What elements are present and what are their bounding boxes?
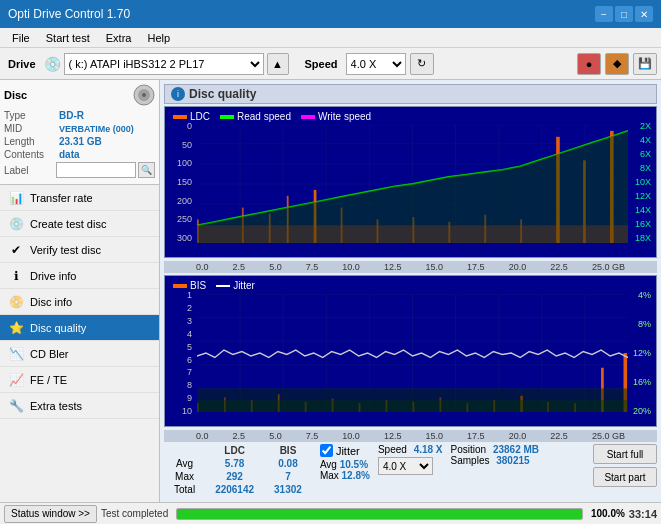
minimize-button[interactable]: − xyxy=(595,6,613,22)
svg-point-2 xyxy=(142,93,146,97)
speed-dropdown[interactable]: 4.0 X 8.0 X xyxy=(378,457,433,475)
svg-rect-68 xyxy=(197,388,628,412)
samples-label: Samples xyxy=(451,455,490,466)
start-part-button[interactable]: Start part xyxy=(593,467,657,487)
length-label: Length xyxy=(4,136,59,147)
main-layout: Disc Type BD-R MID VERBATIMe (000) Leng xyxy=(0,80,661,502)
maximize-button[interactable]: □ xyxy=(615,6,633,22)
cd-bler-icon: 📉 xyxy=(8,346,24,362)
avg-ldc: 5.78 xyxy=(205,457,264,470)
jitter-checkbox[interactable] xyxy=(320,444,333,457)
bis-chart-svg xyxy=(197,294,628,412)
disc-info-panel: Disc Type BD-R MID VERBATIMe (000) Leng xyxy=(0,80,159,185)
disc-info-icon: 📀 xyxy=(8,294,24,310)
sidebar-item-drive-info[interactable]: ℹ Drive info xyxy=(0,263,159,289)
table-row-total: Total 2206142 31302 xyxy=(164,483,312,496)
toolbar: Drive 💿 ( k:) ATAPI iHBS312 2 PL17 ▲ Spe… xyxy=(0,48,661,80)
close-button[interactable]: ✕ xyxy=(635,6,653,22)
stats-row: LDC BIS Avg 5.78 0.08 Max 292 7 Total 22… xyxy=(164,442,657,498)
position-samples: Position 23862 MB Samples 380215 xyxy=(451,444,540,466)
menu-help[interactable]: Help xyxy=(139,30,178,46)
bis-y-axis-left: 10 9 8 7 6 5 4 3 2 1 xyxy=(165,276,197,426)
drive-select[interactable]: ( k:) ATAPI iHBS312 2 PL17 xyxy=(64,53,264,75)
ldc-legend: LDC Read speed Write speed xyxy=(169,109,375,124)
table-row-max: Max 292 7 xyxy=(164,470,312,483)
create-test-disc-label: Create test disc xyxy=(30,218,106,230)
write-speed-legend-label: Write speed xyxy=(318,111,371,122)
create-test-disc-icon: 💿 xyxy=(8,216,24,232)
jitter-max: 12.8% xyxy=(342,470,370,481)
sidebar-item-fe-te[interactable]: 📈 FE / TE xyxy=(0,367,159,393)
table-row-avg: Avg 5.78 0.08 xyxy=(164,457,312,470)
sidebar-item-verify-test-disc[interactable]: ✔ Verify test disc xyxy=(0,237,159,263)
progress-percent: 100.0% xyxy=(591,508,625,519)
ldc-y-axis-left: 300 250 200 150 100 50 0 xyxy=(165,107,197,257)
jitter-section: Jitter Avg 10.5% Max 12.8% xyxy=(320,444,370,481)
type-value: BD-R xyxy=(59,110,84,121)
sidebar-item-transfer-rate[interactable]: 📊 Transfer rate xyxy=(0,185,159,211)
sidebar-item-extra-tests[interactable]: 🔧 Extra tests xyxy=(0,393,159,419)
drive-info-icon: ℹ xyxy=(8,268,24,284)
total-ldc: 2206142 xyxy=(205,483,264,496)
mid-value: VERBATIMe (000) xyxy=(59,124,134,134)
speed-info: Speed 4.18 X 4.0 X 8.0 X xyxy=(378,444,443,477)
drive-label: Drive xyxy=(4,58,40,70)
position-label: Position xyxy=(451,444,487,455)
fe-te-icon: 📈 xyxy=(8,372,24,388)
disc-panel-title: Disc xyxy=(4,89,27,101)
speed-text-label: Speed xyxy=(378,444,407,455)
max-ldc: 292 xyxy=(205,470,264,483)
settings-button2[interactable]: ◆ xyxy=(605,53,629,75)
ldc-legend-label: LDC xyxy=(190,111,210,122)
drive-info-label: Drive info xyxy=(30,270,76,282)
menu-extra[interactable]: Extra xyxy=(98,30,140,46)
ldc-bis-table: LDC BIS Avg 5.78 0.08 Max 292 7 Total 22… xyxy=(164,444,312,496)
contents-value: data xyxy=(59,149,80,160)
col-empty xyxy=(164,444,205,457)
bis-chart: BIS Jitter 10 9 8 7 6 5 4 3 2 1 xyxy=(164,275,657,427)
drive-icon: 💿 xyxy=(44,56,61,72)
jitter-label: Jitter xyxy=(336,445,360,457)
start-full-button[interactable]: Start full xyxy=(593,444,657,464)
eject-button[interactable]: ▲ xyxy=(267,53,289,75)
col-ldc: LDC xyxy=(205,444,264,457)
menu-file[interactable]: File xyxy=(4,30,38,46)
settings-button1[interactable]: ● xyxy=(577,53,601,75)
jitter-stats: Avg 10.5% Max 12.8% xyxy=(320,459,370,481)
disc-quality-chart-icon: i xyxy=(171,87,185,101)
sidebar-item-create-test-disc[interactable]: 💿 Create test disc xyxy=(0,211,159,237)
label-input[interactable] xyxy=(56,162,136,178)
jitter-checkbox-label[interactable]: Jitter xyxy=(320,444,370,457)
ldc-x-axis: 0.0 2.5 5.0 7.5 10.0 12.5 15.0 17.5 20.0… xyxy=(164,261,657,273)
label-search-button[interactable]: 🔍 xyxy=(138,162,155,178)
col-bis: BIS xyxy=(264,444,312,457)
sidebar-item-disc-info[interactable]: 📀 Disc info xyxy=(0,289,159,315)
status-window-button[interactable]: Status window >> xyxy=(4,505,97,523)
speed-select[interactable]: 4.0 X 8.0 X xyxy=(346,53,406,75)
speed-label: Speed xyxy=(301,58,342,70)
sidebar-item-disc-quality[interactable]: ⭐ Disc quality xyxy=(0,315,159,341)
avg-bis: 0.08 xyxy=(264,457,312,470)
content-area: i Disc quality LDC Read speed Write spee… xyxy=(160,80,661,502)
type-label: Type xyxy=(4,110,59,121)
menu-start-test[interactable]: Start test xyxy=(38,30,98,46)
save-button[interactable]: 💾 xyxy=(633,53,657,75)
refresh-button[interactable]: ↻ xyxy=(410,53,434,75)
jitter-avg: 10.5% xyxy=(340,459,368,470)
extra-tests-icon: 🔧 xyxy=(8,398,24,414)
status-text: Test completed xyxy=(101,508,168,519)
sidebar-item-cd-bler[interactable]: 📉 CD Bler xyxy=(0,341,159,367)
bis-chart-canvas xyxy=(197,294,628,412)
disc-quality-chart-title: Disc quality xyxy=(189,87,256,101)
disc-quality-icon: ⭐ xyxy=(8,320,24,336)
ldc-chart: LDC Read speed Write speed 300 250 200 1… xyxy=(164,106,657,258)
statusbar: Status window >> Test completed 100.0% 3… xyxy=(0,502,661,524)
transfer-rate-label: Transfer rate xyxy=(30,192,93,204)
samples-value: 380215 xyxy=(496,455,529,466)
window-controls: − □ ✕ xyxy=(595,6,653,22)
bis-legend: BIS Jitter xyxy=(169,278,259,293)
app-title: Opti Drive Control 1.70 xyxy=(8,7,595,21)
disc-icon xyxy=(133,84,155,106)
cd-bler-label: CD Bler xyxy=(30,348,69,360)
bis-x-axis: 0.0 2.5 5.0 7.5 10.0 12.5 15.0 17.5 20.0… xyxy=(164,430,657,442)
